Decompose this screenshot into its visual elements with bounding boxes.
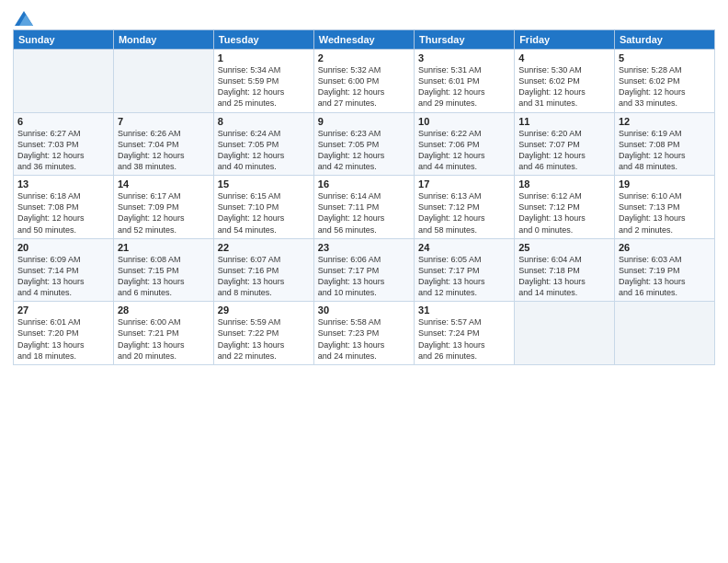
day-number: 5 xyxy=(619,52,711,63)
cell-content: Sunrise: 6:06 AM Sunset: 7:17 PM Dayligh… xyxy=(318,254,410,299)
cell-content: Sunrise: 6:07 AM Sunset: 7:16 PM Dayligh… xyxy=(218,254,310,299)
day-number: 17 xyxy=(418,178,510,190)
calendar-cell: 27Sunrise: 6:01 AM Sunset: 7:20 PM Dayli… xyxy=(14,302,114,365)
calendar-cell: 29Sunrise: 5:59 AM Sunset: 7:22 PM Dayli… xyxy=(213,302,313,365)
day-of-week-header: Sunday xyxy=(14,30,114,50)
calendar-cell: 24Sunrise: 6:05 AM Sunset: 7:17 PM Dayli… xyxy=(415,238,515,302)
cell-content: Sunrise: 6:03 AM Sunset: 7:19 PM Dayligh… xyxy=(619,254,711,299)
day-number: 24 xyxy=(418,242,510,253)
calendar-cell: 4Sunrise: 5:30 AM Sunset: 6:02 PM Daylig… xyxy=(515,50,615,113)
calendar-cell: 13Sunrise: 6:18 AM Sunset: 7:08 PM Dayli… xyxy=(14,176,114,239)
cell-content: Sunrise: 5:28 AM Sunset: 6:02 PM Dayligh… xyxy=(619,64,711,109)
day-number: 19 xyxy=(619,178,711,190)
day-number: 25 xyxy=(518,242,610,253)
calendar-cell: 6Sunrise: 6:27 AM Sunset: 7:03 PM Daylig… xyxy=(14,112,114,176)
day-number: 4 xyxy=(518,52,610,63)
calendar-cell xyxy=(515,302,615,365)
calendar-week-row: 27Sunrise: 6:01 AM Sunset: 7:20 PM Dayli… xyxy=(14,302,715,365)
day-number: 21 xyxy=(118,242,210,253)
calendar-cell: 28Sunrise: 6:00 AM Sunset: 7:21 PM Dayli… xyxy=(113,302,213,365)
calendar-cell: 5Sunrise: 5:28 AM Sunset: 6:02 PM Daylig… xyxy=(614,50,714,113)
day-number: 12 xyxy=(619,116,711,127)
cell-content: Sunrise: 6:15 AM Sunset: 7:10 PM Dayligh… xyxy=(218,190,310,236)
day-number: 20 xyxy=(17,242,109,253)
calendar-cell: 3Sunrise: 5:31 AM Sunset: 6:01 PM Daylig… xyxy=(415,50,515,113)
header xyxy=(13,9,715,26)
cell-content: Sunrise: 5:58 AM Sunset: 7:23 PM Dayligh… xyxy=(318,316,410,362)
calendar-cell: 7Sunrise: 6:26 AM Sunset: 7:04 PM Daylig… xyxy=(113,112,213,176)
calendar-header-row: SundayMondayTuesdayWednesdayThursdayFrid… xyxy=(14,30,715,50)
day-number: 13 xyxy=(17,178,109,190)
calendar-week-row: 20Sunrise: 6:09 AM Sunset: 7:14 PM Dayli… xyxy=(14,238,715,302)
day-number: 9 xyxy=(318,116,410,127)
cell-content: Sunrise: 6:23 AM Sunset: 7:05 PM Dayligh… xyxy=(318,128,410,173)
calendar-cell: 25Sunrise: 6:04 AM Sunset: 7:18 PM Dayli… xyxy=(515,238,615,302)
calendar-cell: 10Sunrise: 6:22 AM Sunset: 7:06 PM Dayli… xyxy=(415,112,515,176)
day-number: 2 xyxy=(318,52,410,63)
cell-content: Sunrise: 6:09 AM Sunset: 7:14 PM Dayligh… xyxy=(17,254,109,299)
cell-content: Sunrise: 5:31 AM Sunset: 6:01 PM Dayligh… xyxy=(418,64,510,109)
cell-content: Sunrise: 5:34 AM Sunset: 5:59 PM Dayligh… xyxy=(218,64,310,109)
cell-content: Sunrise: 6:01 AM Sunset: 7:20 PM Dayligh… xyxy=(17,316,109,362)
calendar-cell: 8Sunrise: 6:24 AM Sunset: 7:05 PM Daylig… xyxy=(213,112,313,176)
day-of-week-header: Saturday xyxy=(614,30,714,50)
calendar-week-row: 1Sunrise: 5:34 AM Sunset: 5:59 PM Daylig… xyxy=(14,50,715,113)
calendar-week-row: 6Sunrise: 6:27 AM Sunset: 7:03 PM Daylig… xyxy=(14,112,715,176)
day-number: 22 xyxy=(218,242,310,253)
calendar-cell xyxy=(614,302,714,365)
calendar-cell: 21Sunrise: 6:08 AM Sunset: 7:15 PM Dayli… xyxy=(113,238,213,302)
day-of-week-header: Monday xyxy=(113,30,213,50)
calendar-cell xyxy=(14,50,114,113)
calendar-cell: 26Sunrise: 6:03 AM Sunset: 7:19 PM Dayli… xyxy=(614,238,714,302)
calendar-cell: 9Sunrise: 6:23 AM Sunset: 7:05 PM Daylig… xyxy=(313,112,414,176)
cell-content: Sunrise: 6:12 AM Sunset: 7:12 PM Dayligh… xyxy=(518,190,610,236)
calendar-table: SundayMondayTuesdayWednesdayThursdayFrid… xyxy=(13,29,715,365)
calendar-cell: 11Sunrise: 6:20 AM Sunset: 7:07 PM Dayli… xyxy=(515,112,615,176)
day-of-week-header: Tuesday xyxy=(213,30,313,50)
calendar-cell: 19Sunrise: 6:10 AM Sunset: 7:13 PM Dayli… xyxy=(614,176,714,239)
cell-content: Sunrise: 6:18 AM Sunset: 7:08 PM Dayligh… xyxy=(17,190,109,236)
cell-content: Sunrise: 5:30 AM Sunset: 6:02 PM Dayligh… xyxy=(518,64,610,109)
cell-content: Sunrise: 6:05 AM Sunset: 7:17 PM Dayligh… xyxy=(418,254,510,299)
day-number: 28 xyxy=(118,304,210,316)
day-number: 29 xyxy=(218,304,310,316)
cell-content: Sunrise: 6:13 AM Sunset: 7:12 PM Dayligh… xyxy=(418,190,510,236)
calendar-cell xyxy=(113,50,213,113)
calendar-cell: 15Sunrise: 6:15 AM Sunset: 7:10 PM Dayli… xyxy=(213,176,313,239)
calendar-cell: 2Sunrise: 5:32 AM Sunset: 6:00 PM Daylig… xyxy=(313,50,414,113)
day-number: 1 xyxy=(218,52,310,63)
cell-content: Sunrise: 6:24 AM Sunset: 7:05 PM Dayligh… xyxy=(218,128,310,173)
cell-content: Sunrise: 6:22 AM Sunset: 7:06 PM Dayligh… xyxy=(418,128,510,173)
cell-content: Sunrise: 6:26 AM Sunset: 7:04 PM Dayligh… xyxy=(118,128,210,173)
cell-content: Sunrise: 5:59 AM Sunset: 7:22 PM Dayligh… xyxy=(218,316,310,362)
cell-content: Sunrise: 6:08 AM Sunset: 7:15 PM Dayligh… xyxy=(118,254,210,299)
cell-content: Sunrise: 5:32 AM Sunset: 6:00 PM Dayligh… xyxy=(318,64,410,109)
cell-content: Sunrise: 6:00 AM Sunset: 7:21 PM Dayligh… xyxy=(118,316,210,362)
calendar-week-row: 13Sunrise: 6:18 AM Sunset: 7:08 PM Dayli… xyxy=(14,176,715,239)
day-number: 23 xyxy=(318,242,410,253)
calendar-cell: 20Sunrise: 6:09 AM Sunset: 7:14 PM Dayli… xyxy=(14,238,114,302)
day-number: 10 xyxy=(418,116,510,127)
calendar-cell: 17Sunrise: 6:13 AM Sunset: 7:12 PM Dayli… xyxy=(415,176,515,239)
day-number: 15 xyxy=(218,178,310,190)
day-number: 26 xyxy=(619,242,711,253)
day-number: 3 xyxy=(418,52,510,63)
calendar-cell: 16Sunrise: 6:14 AM Sunset: 7:11 PM Dayli… xyxy=(313,176,414,239)
day-number: 6 xyxy=(17,116,109,127)
cell-content: Sunrise: 6:10 AM Sunset: 7:13 PM Dayligh… xyxy=(619,190,711,236)
day-number: 31 xyxy=(418,304,510,316)
calendar-cell: 14Sunrise: 6:17 AM Sunset: 7:09 PM Dayli… xyxy=(113,176,213,239)
day-of-week-header: Wednesday xyxy=(313,30,414,50)
logo-icon xyxy=(15,11,33,26)
day-of-week-header: Thursday xyxy=(415,30,515,50)
day-number: 30 xyxy=(318,304,410,316)
cell-content: Sunrise: 6:27 AM Sunset: 7:03 PM Dayligh… xyxy=(17,128,109,173)
cell-content: Sunrise: 6:19 AM Sunset: 7:08 PM Dayligh… xyxy=(619,128,711,173)
day-of-week-header: Friday xyxy=(515,30,615,50)
day-number: 18 xyxy=(518,178,610,190)
logo xyxy=(13,13,33,26)
day-number: 11 xyxy=(518,116,610,127)
day-number: 16 xyxy=(318,178,410,190)
cell-content: Sunrise: 5:57 AM Sunset: 7:24 PM Dayligh… xyxy=(418,316,510,362)
calendar-cell: 31Sunrise: 5:57 AM Sunset: 7:24 PM Dayli… xyxy=(415,302,515,365)
